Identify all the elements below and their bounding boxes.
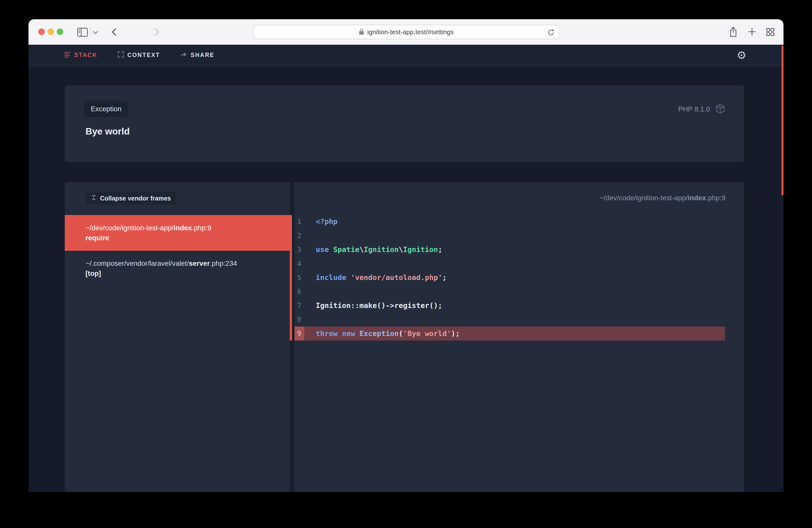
line-number: 2 — [294, 232, 304, 239]
line-number: 4 — [294, 260, 304, 267]
line-number: 8 — [294, 316, 304, 323]
code-line: 9throw new Exception('Bye world'); — [294, 326, 725, 340]
collapse-icon — [91, 194, 97, 202]
trace-card: Collapse vendor frames ~/dev/code/igniti… — [65, 182, 744, 492]
share-arrow-icon — [180, 51, 187, 59]
line-number: 3 — [294, 246, 304, 253]
exception-message: Bye world — [86, 126, 130, 137]
lock-icon — [359, 28, 364, 36]
tab-overview-icon[interactable] — [766, 28, 775, 36]
tab-share-label: SHARE — [190, 52, 215, 59]
address-bar[interactable]: ignition-test-app.test/#settings — [253, 25, 559, 39]
line-number: 9 — [294, 326, 304, 340]
url-text: ignition-test-app.test/#settings — [367, 28, 453, 36]
code-file-path: ~/dev/code/ignition-test-app/index.php:9 — [599, 194, 725, 202]
tab-share[interactable]: SHARE — [180, 51, 215, 59]
exception-type-badge: Exception — [84, 101, 128, 117]
line-number: 1 — [294, 218, 304, 225]
code-line: 4 — [294, 256, 725, 270]
new-tab-icon[interactable] — [748, 27, 756, 36]
exception-card: Exception Bye world PHP 8.1.0 — [65, 86, 744, 162]
code-text: throw new Exception('Bye world'); — [304, 329, 460, 338]
browser-window: ignition-test-app.test/#settings — [29, 19, 783, 492]
sidebar-icon[interactable] — [77, 28, 88, 37]
code-panel: ~/dev/code/ignition-test-app/index.php:9… — [294, 182, 744, 492]
forward-button[interactable] — [153, 28, 160, 36]
code-line: 5include 'vendor/autoload.php'; — [294, 270, 725, 284]
code-text: use Spatie\Ignition\Ignition; — [304, 245, 442, 254]
line-number: 7 — [294, 302, 304, 309]
php-version-row: PHP 8.1.0 — [678, 104, 725, 115]
code-editor: 1<?php23use Spatie\Ignition\Ignition;45i… — [294, 215, 725, 340]
reload-icon[interactable] — [547, 29, 555, 38]
stack-frames: ~/dev/code/ignition-test-app/index.php:9… — [65, 215, 290, 287]
share-page-icon[interactable] — [729, 26, 738, 38]
context-brackets-icon — [117, 51, 124, 59]
php-version: PHP 8.1.0 — [678, 105, 710, 113]
panel-divider — [290, 182, 294, 492]
browser-toolbar: ignition-test-app.test/#settings — [29, 19, 783, 45]
frame-path: ~/.composer/vendor/laravel/valet/server.… — [86, 260, 290, 267]
tab-context-label: CONTEXT — [128, 52, 160, 59]
tab-stack[interactable]: STACK — [64, 51, 98, 59]
chevron-down-icon[interactable] — [93, 31, 98, 34]
back-button[interactable] — [111, 28, 118, 36]
gear-icon[interactable]: ⚙ — [737, 45, 746, 65]
frame-path: ~/dev/code/ignition-test-app/index.php:9 — [86, 224, 290, 232]
frame-method: [top] — [86, 269, 290, 278]
active-frame-indicator — [290, 215, 292, 340]
collapse-label: Collapse vendor frames — [100, 195, 171, 202]
line-number: 5 — [294, 274, 304, 281]
code-line: 3use Spatie\Ignition\Ignition; — [294, 243, 725, 256]
code-line: 2 — [294, 229, 725, 243]
tab-context[interactable]: CONTEXT — [117, 51, 160, 59]
code-line: 1<?php — [294, 215, 725, 229]
page-scrollbar[interactable] — [782, 45, 783, 195]
code-text: Ignition::make()->register(); — [304, 301, 442, 310]
toolbar-divider — [90, 28, 91, 36]
code-line: 6 — [294, 284, 725, 298]
collapse-vendor-frames-button[interactable]: Collapse vendor frames — [86, 192, 176, 205]
stack-frame[interactable]: ~/dev/code/ignition-test-app/index.php:9… — [65, 215, 290, 251]
line-number: 6 — [294, 288, 304, 295]
code-text: include 'vendor/autoload.php'; — [304, 273, 447, 282]
stack-panel: Collapse vendor frames ~/dev/code/igniti… — [65, 182, 290, 492]
code-line: 8 — [294, 312, 725, 326]
stack-frame[interactable]: ~/.composer/vendor/laravel/valet/server.… — [65, 251, 290, 287]
zoom-button[interactable] — [57, 29, 63, 35]
close-button[interactable] — [38, 29, 45, 35]
ignition-nav: STACK CONTEXT SHARE ⚙ — [29, 45, 783, 66]
minimize-button[interactable] — [47, 29, 54, 35]
frame-method: require — [86, 234, 290, 242]
tab-stack-label: STACK — [74, 52, 98, 59]
stack-lines-icon — [64, 51, 71, 59]
laravel-icon — [715, 103, 725, 115]
code-text: <?php — [304, 217, 337, 226]
code-line: 7Ignition::make()->register(); — [294, 298, 725, 312]
